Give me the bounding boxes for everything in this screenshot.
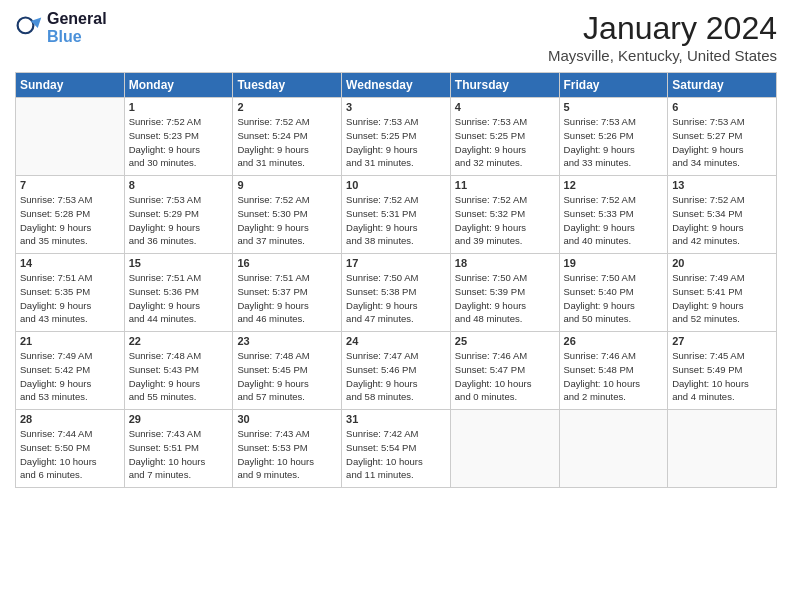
- calendar-day-cell: 12Sunrise: 7:52 AMSunset: 5:33 PMDayligh…: [559, 176, 668, 254]
- calendar-day-cell: 14Sunrise: 7:51 AMSunset: 5:35 PMDayligh…: [16, 254, 125, 332]
- calendar-day-cell: 16Sunrise: 7:51 AMSunset: 5:37 PMDayligh…: [233, 254, 342, 332]
- sun-info: Sunrise: 7:45 AMSunset: 5:49 PMDaylight:…: [672, 349, 772, 404]
- day-number: 4: [455, 101, 555, 113]
- calendar-day-cell: 5Sunrise: 7:53 AMSunset: 5:26 PMDaylight…: [559, 98, 668, 176]
- day-number: 25: [455, 335, 555, 347]
- day-number: 28: [20, 413, 120, 425]
- sun-info: Sunrise: 7:47 AMSunset: 5:46 PMDaylight:…: [346, 349, 446, 404]
- day-number: 11: [455, 179, 555, 191]
- calendar-week-row: 14Sunrise: 7:51 AMSunset: 5:35 PMDayligh…: [16, 254, 777, 332]
- sun-info: Sunrise: 7:52 AMSunset: 5:32 PMDaylight:…: [455, 193, 555, 248]
- sun-info: Sunrise: 7:53 AMSunset: 5:29 PMDaylight:…: [129, 193, 229, 248]
- day-number: 3: [346, 101, 446, 113]
- day-number: 5: [564, 101, 664, 113]
- day-number: 16: [237, 257, 337, 269]
- sun-info: Sunrise: 7:44 AMSunset: 5:50 PMDaylight:…: [20, 427, 120, 482]
- weekday-header: Wednesday: [342, 73, 451, 98]
- sun-info: Sunrise: 7:52 AMSunset: 5:23 PMDaylight:…: [129, 115, 229, 170]
- day-number: 29: [129, 413, 229, 425]
- title-block: January 2024 Maysville, Kentucky, United…: [548, 10, 777, 64]
- sun-info: Sunrise: 7:53 AMSunset: 5:27 PMDaylight:…: [672, 115, 772, 170]
- calendar-day-cell: 26Sunrise: 7:46 AMSunset: 5:48 PMDayligh…: [559, 332, 668, 410]
- calendar-day-cell: [559, 410, 668, 488]
- weekday-header: Tuesday: [233, 73, 342, 98]
- calendar-day-cell: 2Sunrise: 7:52 AMSunset: 5:24 PMDaylight…: [233, 98, 342, 176]
- calendar-day-cell: 20Sunrise: 7:49 AMSunset: 5:41 PMDayligh…: [668, 254, 777, 332]
- day-number: 23: [237, 335, 337, 347]
- day-number: 15: [129, 257, 229, 269]
- sun-info: Sunrise: 7:50 AMSunset: 5:40 PMDaylight:…: [564, 271, 664, 326]
- day-number: 21: [20, 335, 120, 347]
- day-number: 12: [564, 179, 664, 191]
- day-number: 24: [346, 335, 446, 347]
- calendar-day-cell: 31Sunrise: 7:42 AMSunset: 5:54 PMDayligh…: [342, 410, 451, 488]
- sun-info: Sunrise: 7:52 AMSunset: 5:33 PMDaylight:…: [564, 193, 664, 248]
- calendar-day-cell: [16, 98, 125, 176]
- svg-point-0: [18, 17, 34, 33]
- sun-info: Sunrise: 7:50 AMSunset: 5:39 PMDaylight:…: [455, 271, 555, 326]
- sun-info: Sunrise: 7:51 AMSunset: 5:35 PMDaylight:…: [20, 271, 120, 326]
- header: General Blue January 2024 Maysville, Ken…: [15, 10, 777, 64]
- logo: General Blue: [15, 10, 107, 45]
- calendar-day-cell: 25Sunrise: 7:46 AMSunset: 5:47 PMDayligh…: [450, 332, 559, 410]
- sun-info: Sunrise: 7:46 AMSunset: 5:48 PMDaylight:…: [564, 349, 664, 404]
- page-container: General Blue January 2024 Maysville, Ken…: [0, 0, 792, 493]
- calendar-day-cell: 4Sunrise: 7:53 AMSunset: 5:25 PMDaylight…: [450, 98, 559, 176]
- sun-info: Sunrise: 7:48 AMSunset: 5:45 PMDaylight:…: [237, 349, 337, 404]
- calendar-day-cell: 24Sunrise: 7:47 AMSunset: 5:46 PMDayligh…: [342, 332, 451, 410]
- calendar-day-cell: 28Sunrise: 7:44 AMSunset: 5:50 PMDayligh…: [16, 410, 125, 488]
- calendar-day-cell: 10Sunrise: 7:52 AMSunset: 5:31 PMDayligh…: [342, 176, 451, 254]
- sun-info: Sunrise: 7:43 AMSunset: 5:51 PMDaylight:…: [129, 427, 229, 482]
- calendar-day-cell: 27Sunrise: 7:45 AMSunset: 5:49 PMDayligh…: [668, 332, 777, 410]
- day-number: 9: [237, 179, 337, 191]
- sun-info: Sunrise: 7:52 AMSunset: 5:30 PMDaylight:…: [237, 193, 337, 248]
- logo-icon: [15, 14, 43, 42]
- calendar-day-cell: 3Sunrise: 7:53 AMSunset: 5:25 PMDaylight…: [342, 98, 451, 176]
- sun-info: Sunrise: 7:53 AMSunset: 5:28 PMDaylight:…: [20, 193, 120, 248]
- sun-info: Sunrise: 7:53 AMSunset: 5:25 PMDaylight:…: [455, 115, 555, 170]
- weekday-header: Sunday: [16, 73, 125, 98]
- sun-info: Sunrise: 7:49 AMSunset: 5:41 PMDaylight:…: [672, 271, 772, 326]
- day-number: 13: [672, 179, 772, 191]
- weekday-header: Thursday: [450, 73, 559, 98]
- logo-text: General Blue: [47, 10, 107, 45]
- day-number: 27: [672, 335, 772, 347]
- calendar-day-cell: 8Sunrise: 7:53 AMSunset: 5:29 PMDaylight…: [124, 176, 233, 254]
- calendar-day-cell: 17Sunrise: 7:50 AMSunset: 5:38 PMDayligh…: [342, 254, 451, 332]
- calendar-week-row: 21Sunrise: 7:49 AMSunset: 5:42 PMDayligh…: [16, 332, 777, 410]
- calendar-day-cell: [450, 410, 559, 488]
- day-number: 31: [346, 413, 446, 425]
- sun-info: Sunrise: 7:52 AMSunset: 5:34 PMDaylight:…: [672, 193, 772, 248]
- calendar-day-cell: [668, 410, 777, 488]
- day-number: 1: [129, 101, 229, 113]
- day-number: 7: [20, 179, 120, 191]
- calendar-table: SundayMondayTuesdayWednesdayThursdayFrid…: [15, 72, 777, 488]
- calendar-day-cell: 22Sunrise: 7:48 AMSunset: 5:43 PMDayligh…: [124, 332, 233, 410]
- calendar-day-cell: 18Sunrise: 7:50 AMSunset: 5:39 PMDayligh…: [450, 254, 559, 332]
- sun-info: Sunrise: 7:49 AMSunset: 5:42 PMDaylight:…: [20, 349, 120, 404]
- day-number: 20: [672, 257, 772, 269]
- calendar-day-cell: 21Sunrise: 7:49 AMSunset: 5:42 PMDayligh…: [16, 332, 125, 410]
- calendar-day-cell: 13Sunrise: 7:52 AMSunset: 5:34 PMDayligh…: [668, 176, 777, 254]
- day-number: 19: [564, 257, 664, 269]
- sun-info: Sunrise: 7:53 AMSunset: 5:26 PMDaylight:…: [564, 115, 664, 170]
- calendar-day-cell: 29Sunrise: 7:43 AMSunset: 5:51 PMDayligh…: [124, 410, 233, 488]
- weekday-header-row: SundayMondayTuesdayWednesdayThursdayFrid…: [16, 73, 777, 98]
- sun-info: Sunrise: 7:48 AMSunset: 5:43 PMDaylight:…: [129, 349, 229, 404]
- calendar-day-cell: 30Sunrise: 7:43 AMSunset: 5:53 PMDayligh…: [233, 410, 342, 488]
- calendar-day-cell: 7Sunrise: 7:53 AMSunset: 5:28 PMDaylight…: [16, 176, 125, 254]
- calendar-day-cell: 23Sunrise: 7:48 AMSunset: 5:45 PMDayligh…: [233, 332, 342, 410]
- calendar-day-cell: 9Sunrise: 7:52 AMSunset: 5:30 PMDaylight…: [233, 176, 342, 254]
- weekday-header: Monday: [124, 73, 233, 98]
- day-number: 2: [237, 101, 337, 113]
- weekday-header: Friday: [559, 73, 668, 98]
- calendar-week-row: 1Sunrise: 7:52 AMSunset: 5:23 PMDaylight…: [16, 98, 777, 176]
- day-number: 8: [129, 179, 229, 191]
- calendar-day-cell: 11Sunrise: 7:52 AMSunset: 5:32 PMDayligh…: [450, 176, 559, 254]
- calendar-day-cell: 6Sunrise: 7:53 AMSunset: 5:27 PMDaylight…: [668, 98, 777, 176]
- day-number: 17: [346, 257, 446, 269]
- sun-info: Sunrise: 7:42 AMSunset: 5:54 PMDaylight:…: [346, 427, 446, 482]
- sun-info: Sunrise: 7:43 AMSunset: 5:53 PMDaylight:…: [237, 427, 337, 482]
- day-number: 10: [346, 179, 446, 191]
- calendar-week-row: 7Sunrise: 7:53 AMSunset: 5:28 PMDaylight…: [16, 176, 777, 254]
